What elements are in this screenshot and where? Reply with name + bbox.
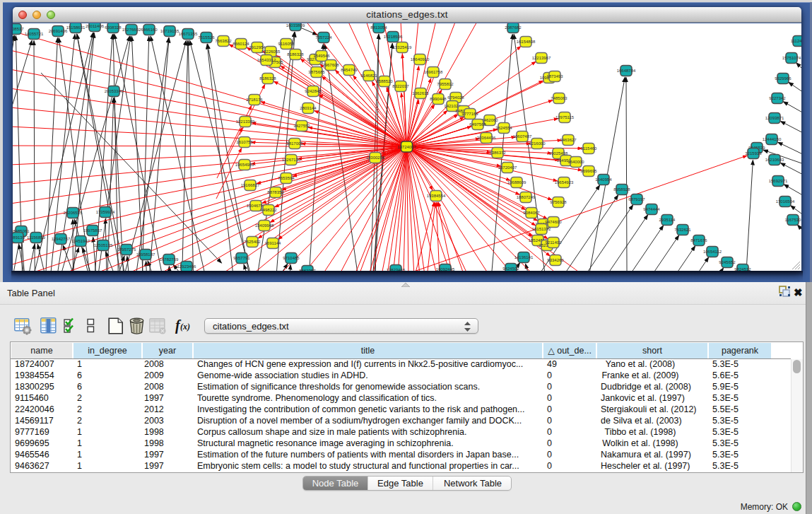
svg-text:16151372: 16151372 [532,227,551,231]
svg-text:19654983: 19654983 [235,163,254,167]
svg-text:9242848: 9242848 [305,89,322,93]
svg-text:10654112: 10654112 [703,250,722,254]
svg-text:6216000: 6216000 [529,141,546,146]
svg-text:19384554: 19384554 [427,194,446,198]
svg-text:1167530: 1167530 [785,218,801,222]
svg-text:7515526: 7515526 [198,35,215,40]
svg-text:12444150: 12444150 [763,137,782,141]
svg-text:18640910: 18640910 [411,57,430,62]
svg-text:9498222: 9498222 [260,208,277,212]
svg-text:14055721: 14055721 [25,32,44,36]
svg-text:9211400: 9211400 [546,240,563,245]
svg-text:6466160: 6466160 [141,28,158,32]
svg-text:16033809: 16033809 [286,23,305,28]
svg-text:7663822: 7663822 [215,39,232,43]
svg-text:1640954: 1640954 [595,177,612,182]
svg-text:12093871: 12093871 [765,116,784,120]
svg-text:12823465: 12823465 [387,268,406,271]
svg-text:1691144: 1691144 [265,241,282,245]
svg-text:16961758: 16961758 [424,70,443,74]
svg-text:15158631: 15158631 [66,25,86,30]
svg-text:10958187: 10958187 [136,252,155,257]
svg-text:(x): (x) [180,322,190,332]
svg-text:7485063: 7485063 [551,96,567,100]
svg-text:8813054: 8813054 [370,25,387,30]
svg-text:9116058: 9116058 [278,42,295,46]
svg-text:6308328: 6308328 [105,25,122,30]
svg-text:15276602: 15276602 [122,28,141,32]
svg-text:8878350: 8878350 [267,190,284,194]
svg-text:12942757: 12942757 [52,237,71,241]
svg-text:16648784: 16648784 [617,69,636,73]
svg-text:7357224: 7357224 [315,35,332,40]
svg-text:1610755: 1610755 [236,140,253,144]
svg-text:18807249: 18807249 [517,195,536,199]
svg-text:15692971: 15692971 [769,179,788,183]
svg-text:8186328: 8186328 [287,52,304,57]
svg-text:10607487: 10607487 [513,134,532,139]
svg-text:10688609: 10688609 [507,180,526,185]
svg-text:9824512: 9824512 [734,267,751,271]
svg-text:20206535: 20206535 [64,211,83,215]
svg-text:3624554: 3624554 [495,126,512,130]
svg-text:8186328: 8186328 [259,76,276,81]
svg-text:2087682: 2087682 [505,25,522,30]
svg-text:2935114: 2935114 [659,218,676,222]
svg-text:12213389: 12213389 [236,119,255,124]
svg-text:7653594: 7653594 [278,176,295,180]
svg-text:9463627: 9463627 [560,138,577,142]
svg-text:20364436: 20364436 [477,136,496,140]
svg-text:9329966: 9329966 [775,76,792,81]
svg-text:14136141: 14136141 [514,255,534,259]
svg-text:2718176: 2718176 [246,98,263,102]
svg-text:989139: 989139 [13,235,25,240]
svg-text:3427552: 3427552 [293,124,310,128]
svg-text:9474444: 9474444 [643,207,660,211]
svg-text:15751074: 15751074 [782,56,801,60]
svg-text:17957275: 17957275 [117,247,136,252]
svg-text:9657791: 9657791 [233,256,250,260]
svg-text:11156859: 11156859 [27,235,45,240]
svg-text:16782759: 16782759 [160,257,179,262]
svg-text:15720407: 15720407 [498,165,517,170]
svg-text:9334260: 9334260 [547,258,564,262]
svg-text:20011406: 20011406 [86,24,105,28]
svg-text:9699695: 9699695 [580,169,597,173]
svg-text:8958928: 8958928 [613,187,630,192]
svg-text:8322037: 8322037 [392,84,409,88]
svg-text:16543312: 16543312 [257,58,276,62]
svg-text:19166827: 19166827 [241,183,260,187]
svg-text:9777169: 9777169 [461,112,478,116]
svg-text:9245652: 9245652 [719,260,736,264]
svg-text:1112438: 1112438 [791,39,801,43]
svg-text:17359924: 17359924 [96,210,115,214]
svg-text:2803144: 2803144 [300,106,317,110]
svg-text:7386372: 7386372 [489,151,506,155]
svg-text:20053346: 20053346 [105,89,124,93]
svg-text:3875685: 3875685 [308,70,325,74]
svg-text:6497568: 6497568 [469,122,486,127]
svg-text:1873493: 1873493 [546,74,563,78]
svg-text:12923466: 12923466 [177,264,196,269]
svg-text:9640000: 9640000 [567,160,584,164]
svg-text:16210643: 16210643 [765,158,784,162]
svg-text:7955812: 7955812 [437,82,454,86]
svg-text:19218506: 19218506 [384,35,403,39]
svg-text:13325419: 13325419 [393,45,412,49]
svg-text:16092445: 16092445 [436,267,455,271]
svg-text:9227342: 9227342 [769,96,786,100]
svg-text:11451947: 11451947 [71,239,90,243]
svg-text:6794028: 6794028 [447,95,464,100]
svg-text:9084067: 9084067 [523,211,540,215]
svg-text:8990448: 8990448 [430,97,447,101]
svg-text:12505135: 12505135 [94,243,113,247]
svg-text:7632621: 7632621 [674,228,691,232]
svg-text:9474600: 9474600 [545,220,562,224]
svg-text:12213967: 12213967 [532,56,551,60]
svg-text:19975857: 19975857 [83,228,102,233]
svg-text:15409948: 15409948 [255,223,274,228]
svg-text:9424502: 9424502 [502,267,519,271]
svg-text:2967608: 2967608 [322,63,339,67]
svg-text:12975115: 12975115 [555,115,575,119]
svg-text:13226055: 13226055 [261,49,281,54]
